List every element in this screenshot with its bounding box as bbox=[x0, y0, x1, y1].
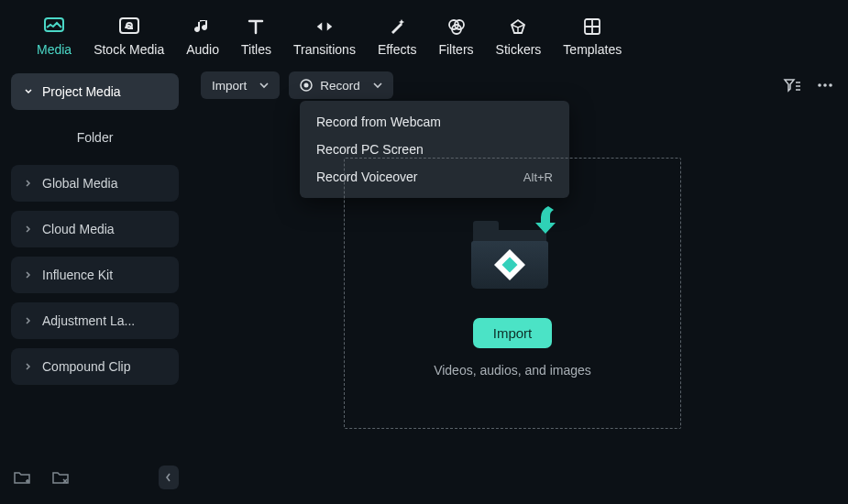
sidebar-item-label: Project Media bbox=[42, 84, 121, 99]
media-dropzone[interactable]: Import Videos, audios, and images bbox=[344, 158, 681, 429]
menu-item-label: Record from Webcam bbox=[316, 115, 441, 129]
svg-point-10 bbox=[823, 83, 827, 87]
sidebar-item-influence-kit[interactable]: Influence Kit bbox=[11, 257, 179, 293]
sidebar-item-adjustment-layer[interactable]: Adjustment La... bbox=[11, 302, 179, 339]
effects-icon bbox=[387, 16, 407, 37]
menu-item-record-webcam[interactable]: Record from Webcam bbox=[300, 108, 569, 136]
sidebar-item-folder[interactable]: Folder bbox=[11, 119, 179, 156]
svg-point-11 bbox=[829, 83, 832, 87]
tab-label: Transitions bbox=[293, 42, 356, 57]
media-icon bbox=[44, 16, 64, 37]
svg-point-8 bbox=[304, 83, 309, 88]
button-label: Record bbox=[320, 79, 360, 93]
audio-icon bbox=[193, 16, 213, 37]
sidebar: Project Media Folder Global Media Cloud … bbox=[0, 64, 190, 497]
arrow-down-icon bbox=[530, 203, 561, 239]
delete-folder-button[interactable] bbox=[50, 466, 72, 488]
sidebar-item-label: Compound Clip bbox=[42, 359, 131, 374]
tab-media[interactable]: Media bbox=[37, 16, 72, 57]
sidebar-item-label: Cloud Media bbox=[42, 222, 115, 236]
filters-icon bbox=[446, 16, 467, 37]
tab-stickers[interactable]: Stickers bbox=[496, 16, 542, 57]
tab-titles[interactable]: Titles bbox=[241, 16, 271, 57]
tab-transitions[interactable]: Transitions bbox=[293, 16, 356, 57]
tab-label: Stock Media bbox=[94, 42, 164, 57]
sidebar-item-compound-clip[interactable]: Compound Clip bbox=[11, 348, 179, 385]
sidebar-item-label: Folder bbox=[77, 130, 114, 145]
tab-effects[interactable]: Effects bbox=[378, 16, 417, 57]
sidebar-item-global-media[interactable]: Global Media bbox=[11, 165, 179, 202]
new-folder-button[interactable] bbox=[11, 466, 33, 488]
tab-audio[interactable]: Audio bbox=[186, 16, 219, 57]
cloud-icon bbox=[119, 16, 139, 37]
tab-templates[interactable]: Templates bbox=[563, 16, 622, 57]
chevron-right-icon bbox=[24, 270, 33, 279]
chevron-down-icon bbox=[373, 82, 382, 89]
chevron-right-icon bbox=[24, 225, 33, 234]
sidebar-item-label: Adjustment La... bbox=[42, 313, 135, 328]
import-button[interactable]: Import bbox=[473, 318, 553, 348]
tab-label: Titles bbox=[241, 42, 271, 57]
stickers-icon bbox=[508, 16, 528, 37]
top-tab-bar: Media Stock Media Audio Titles Transitio… bbox=[0, 0, 848, 64]
chevron-down-icon bbox=[259, 82, 269, 89]
record-dropdown-button[interactable]: Record bbox=[289, 71, 393, 99]
button-label: Import bbox=[212, 79, 247, 93]
sidebar-item-project-media[interactable]: Project Media bbox=[11, 73, 179, 110]
button-label: Import bbox=[493, 325, 533, 341]
svg-point-9 bbox=[818, 83, 821, 87]
record-icon bbox=[300, 79, 313, 92]
tab-label: Filters bbox=[438, 42, 473, 57]
chevron-right-icon bbox=[24, 362, 33, 371]
tab-filters[interactable]: Filters bbox=[438, 16, 473, 57]
sidebar-collapse-button[interactable] bbox=[159, 466, 179, 489]
tab-label: Effects bbox=[378, 42, 417, 57]
folder-graphic bbox=[462, 210, 563, 301]
more-options-button[interactable] bbox=[813, 73, 837, 97]
filter-sort-button[interactable] bbox=[780, 73, 804, 97]
sidebar-bottom bbox=[11, 466, 179, 489]
chevron-right-icon bbox=[24, 316, 33, 325]
main-area: Project Media Folder Global Media Cloud … bbox=[0, 64, 848, 497]
tab-stock-media[interactable]: Stock Media bbox=[94, 16, 164, 57]
titles-icon bbox=[246, 16, 266, 37]
content-toolbar: Import Record bbox=[201, 70, 837, 101]
tab-label: Media bbox=[37, 42, 72, 57]
content-panel: Import Record bbox=[190, 64, 848, 497]
menu-item-label: Record PC Screen bbox=[316, 142, 424, 157]
sidebar-item-cloud-media[interactable]: Cloud Media bbox=[11, 211, 179, 247]
tab-label: Audio bbox=[186, 42, 219, 57]
tab-label: Stickers bbox=[496, 42, 542, 57]
chevron-down-icon bbox=[24, 87, 33, 96]
import-dropdown-button[interactable]: Import bbox=[201, 71, 280, 99]
sidebar-item-label: Global Media bbox=[42, 176, 118, 191]
transitions-icon bbox=[314, 16, 335, 37]
dropzone-hint: Videos, audios, and images bbox=[434, 363, 591, 378]
sidebar-item-label: Influence Kit bbox=[42, 268, 113, 282]
chevron-right-icon bbox=[24, 179, 33, 188]
templates-icon bbox=[582, 16, 602, 37]
tab-label: Templates bbox=[563, 42, 622, 57]
